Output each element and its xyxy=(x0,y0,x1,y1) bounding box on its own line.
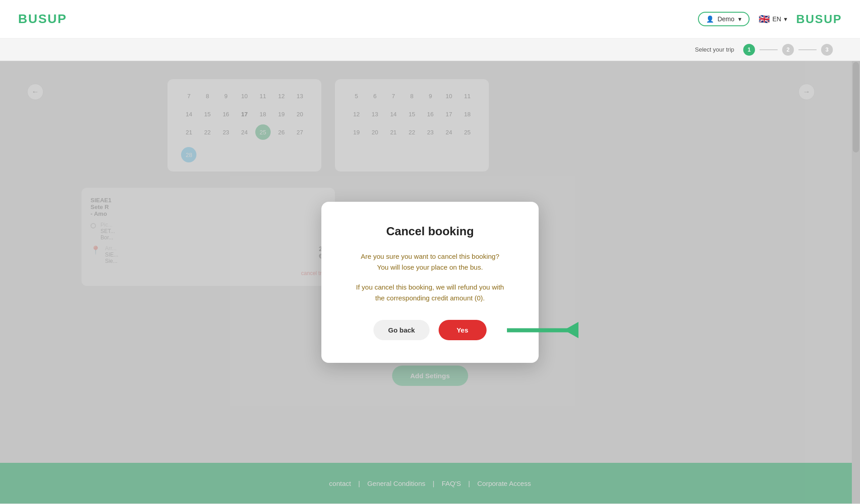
step-3: 3 xyxy=(821,44,833,56)
header: BUSUP 👤 Demo ▾ 🇬🇧 EN ▾ BUSUP xyxy=(0,0,860,38)
modal-refund-text: If you cancel this booking, we will refu… xyxy=(349,282,511,304)
arrow-head xyxy=(564,322,578,338)
sub-header: Select your trip 1 2 3 xyxy=(0,38,860,61)
logo-left: BUSUP xyxy=(18,12,67,26)
step-1: 1 xyxy=(743,44,755,56)
steps-container: Select your trip 1 2 3 xyxy=(695,44,833,56)
steps-label: Select your trip xyxy=(695,46,734,53)
step-line-2 xyxy=(798,49,817,50)
step-2: 2 xyxy=(782,44,794,56)
flag-icon: 🇬🇧 xyxy=(759,14,770,24)
modal-confirm-text: Are you sure you want to cancel this boo… xyxy=(349,251,511,273)
lang-chevron-icon: ▾ xyxy=(784,15,787,23)
user-icon: 👤 xyxy=(706,15,714,23)
cancel-booking-modal: Cancel booking Are you sure you want to … xyxy=(321,202,539,363)
step-line-1 xyxy=(760,49,778,50)
demo-button[interactable]: 👤 Demo ▾ xyxy=(698,12,749,26)
yes-button-container: Yes xyxy=(439,320,487,340)
main-content: ← → 7 8 9 10 11 12 13 14 15 16 17 18 xyxy=(0,61,860,504)
modal-buttons: Go back Yes xyxy=(349,320,511,340)
yes-button[interactable]: Yes xyxy=(439,320,487,340)
modal-title: Cancel booking xyxy=(349,224,511,238)
arrow-annotation xyxy=(507,328,577,332)
go-back-button[interactable]: Go back xyxy=(373,320,429,340)
header-right: 👤 Demo ▾ 🇬🇧 EN ▾ BUSUP xyxy=(698,12,842,26)
modal-backdrop: Cancel booking Are you sure you want to … xyxy=(0,61,860,504)
language-selector[interactable]: 🇬🇧 EN ▾ xyxy=(759,14,787,24)
lang-label: EN xyxy=(773,15,781,23)
logo-right: BUSUP xyxy=(796,12,842,26)
chevron-down-icon: ▾ xyxy=(738,15,741,23)
demo-label: Demo xyxy=(717,15,734,23)
